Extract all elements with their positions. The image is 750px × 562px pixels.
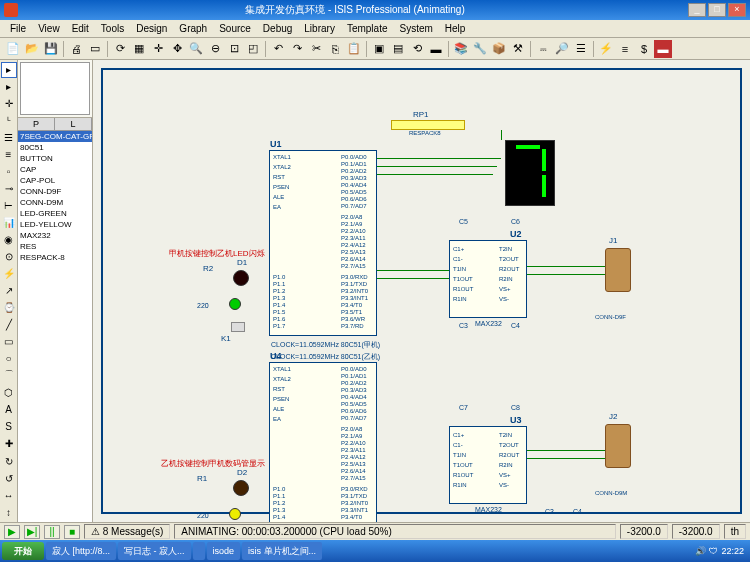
graph-icon[interactable]: 📊 bbox=[1, 215, 17, 231]
play-button[interactable]: ▶ bbox=[4, 525, 20, 539]
menu-help[interactable]: Help bbox=[439, 21, 472, 36]
label-icon[interactable]: ᴸ bbox=[1, 113, 17, 129]
device-item[interactable]: LED-YELLOW bbox=[18, 219, 92, 230]
maximize-button[interactable]: □ bbox=[708, 3, 726, 17]
task-item[interactable]: 写日志 - 寂人... bbox=[118, 542, 191, 560]
marker-icon[interactable]: ✚ bbox=[1, 435, 17, 451]
search-icon[interactable]: 🔎 bbox=[553, 40, 571, 58]
grid-icon[interactable]: ▦ bbox=[130, 40, 148, 58]
path-icon[interactable]: ⬡ bbox=[1, 384, 17, 400]
minimize-button[interactable]: _ bbox=[688, 3, 706, 17]
schematic-canvas[interactable]: RP1 RESPACK8 U1 CLOCK=11.0592MHz 80C51(甲… bbox=[93, 60, 750, 522]
overview-panel[interactable] bbox=[18, 60, 92, 118]
netlist-icon[interactable]: ≡ bbox=[616, 40, 634, 58]
clock[interactable]: 22:22 bbox=[721, 546, 744, 556]
device-pin-icon[interactable]: ⊢ bbox=[1, 198, 17, 214]
menu-template[interactable]: Template bbox=[341, 21, 394, 36]
origin-icon[interactable]: ✛ bbox=[149, 40, 167, 58]
menu-view[interactable]: View bbox=[32, 21, 66, 36]
device-list[interactable]: 7SEG-COM-CAT-GRN80C51BUTTONCAPCAP-POLCON… bbox=[18, 131, 92, 522]
selection-mode-icon[interactable]: ▸ bbox=[1, 62, 17, 78]
step-button[interactable]: ▶| bbox=[24, 525, 40, 539]
menu-library[interactable]: Library bbox=[298, 21, 341, 36]
instruments-icon[interactable]: ⌚ bbox=[1, 300, 17, 316]
bom-icon[interactable]: $ bbox=[635, 40, 653, 58]
j2-connector[interactable] bbox=[605, 424, 631, 468]
device-item[interactable]: CONN-D9F bbox=[18, 186, 92, 197]
refresh-icon[interactable]: ⟳ bbox=[111, 40, 129, 58]
d2-led[interactable] bbox=[233, 480, 249, 496]
line-icon[interactable]: ╱ bbox=[1, 317, 17, 333]
stop-button[interactable]: ■ bbox=[64, 525, 80, 539]
menu-graph[interactable]: Graph bbox=[173, 21, 213, 36]
undo-icon[interactable]: ↶ bbox=[269, 40, 287, 58]
redo-icon[interactable]: ↷ bbox=[288, 40, 306, 58]
subcircuit-icon[interactable]: ▫ bbox=[1, 164, 17, 180]
device-item[interactable]: RESPACK-8 bbox=[18, 252, 92, 263]
seven-segment-display[interactable] bbox=[505, 140, 555, 206]
voltage-probe-icon[interactable]: ⚡ bbox=[1, 266, 17, 282]
junction-icon[interactable]: ✛ bbox=[1, 96, 17, 112]
rotate-ccw-icon[interactable]: ↺ bbox=[1, 470, 17, 486]
menu-design[interactable]: Design bbox=[130, 21, 173, 36]
terminal-icon[interactable]: ⊸ bbox=[1, 181, 17, 197]
device-item[interactable]: RES bbox=[18, 241, 92, 252]
tray-icon[interactable]: 🛡 bbox=[709, 546, 718, 556]
arc-icon[interactable]: ⌒ bbox=[1, 367, 17, 383]
flip-h-icon[interactable]: ↔ bbox=[1, 487, 17, 503]
rotate-cw-icon[interactable]: ↻ bbox=[1, 453, 17, 469]
menu-tools[interactable]: Tools bbox=[95, 21, 130, 36]
j1-connector[interactable] bbox=[605, 248, 631, 292]
device-item[interactable]: BUTTON bbox=[18, 153, 92, 164]
task-item[interactable] bbox=[193, 542, 205, 560]
task-item[interactable]: 寂人 [http://8... bbox=[46, 542, 116, 560]
start-button[interactable]: 开始 bbox=[2, 542, 44, 560]
block-copy-icon[interactable]: ▣ bbox=[370, 40, 388, 58]
pick-icon[interactable]: 📚 bbox=[452, 40, 470, 58]
text-icon[interactable]: A bbox=[1, 401, 17, 417]
ares-icon[interactable]: ▬ bbox=[654, 40, 672, 58]
device-item[interactable]: LED-GREEN bbox=[18, 208, 92, 219]
open-icon[interactable]: 📂 bbox=[23, 40, 41, 58]
print-icon[interactable]: 🖨 bbox=[67, 40, 85, 58]
decompose-icon[interactable]: ⚒ bbox=[509, 40, 527, 58]
area-icon[interactable]: ▭ bbox=[86, 40, 104, 58]
symbol-icon[interactable]: S bbox=[1, 418, 17, 434]
menu-file[interactable]: File bbox=[4, 21, 32, 36]
cut-icon[interactable]: ✂ bbox=[307, 40, 325, 58]
zoom-out-icon[interactable]: ⊖ bbox=[206, 40, 224, 58]
pick-devices-button[interactable]: P bbox=[18, 118, 55, 130]
messages-status[interactable]: ⚠ 8 Message(s) bbox=[84, 524, 170, 539]
menu-debug[interactable]: Debug bbox=[257, 21, 298, 36]
block-move-icon[interactable]: ▤ bbox=[389, 40, 407, 58]
block-rotate-icon[interactable]: ⟲ bbox=[408, 40, 426, 58]
save-icon[interactable]: 💾 bbox=[42, 40, 60, 58]
package-icon[interactable]: 📦 bbox=[490, 40, 508, 58]
menu-edit[interactable]: Edit bbox=[66, 21, 95, 36]
bus-icon[interactable]: ≡ bbox=[1, 147, 17, 163]
menu-source[interactable]: Source bbox=[213, 21, 257, 36]
rp1-component[interactable] bbox=[391, 120, 465, 130]
device-item[interactable]: MAX232 bbox=[18, 230, 92, 241]
box-icon[interactable]: ▭ bbox=[1, 334, 17, 350]
menu-system[interactable]: System bbox=[393, 21, 438, 36]
tape-icon[interactable]: ◉ bbox=[1, 232, 17, 248]
device-item[interactable]: CONN-D9M bbox=[18, 197, 92, 208]
device-item[interactable]: CAP bbox=[18, 164, 92, 175]
zoom-in-icon[interactable]: 🔍 bbox=[187, 40, 205, 58]
paste-icon[interactable]: 📋 bbox=[345, 40, 363, 58]
zoom-all-icon[interactable]: ⊡ bbox=[225, 40, 243, 58]
circle-icon[interactable]: ○ bbox=[1, 350, 17, 366]
k1-button[interactable] bbox=[231, 322, 245, 332]
generator-icon[interactable]: ⊙ bbox=[1, 249, 17, 265]
flip-v-icon[interactable]: ↕ bbox=[1, 504, 17, 520]
component-mode-icon[interactable]: ▸ bbox=[1, 79, 17, 95]
device-item[interactable]: 7SEG-COM-CAT-GRN bbox=[18, 131, 92, 142]
current-probe-icon[interactable]: ↗ bbox=[1, 283, 17, 299]
text-script-icon[interactable]: ☰ bbox=[1, 130, 17, 146]
copy-icon[interactable]: ⎘ bbox=[326, 40, 344, 58]
wire-autorouter-icon[interactable]: ⎓ bbox=[534, 40, 552, 58]
libraries-button[interactable]: L bbox=[55, 118, 92, 130]
device-item[interactable]: CAP-POL bbox=[18, 175, 92, 186]
property-icon[interactable]: ☰ bbox=[572, 40, 590, 58]
